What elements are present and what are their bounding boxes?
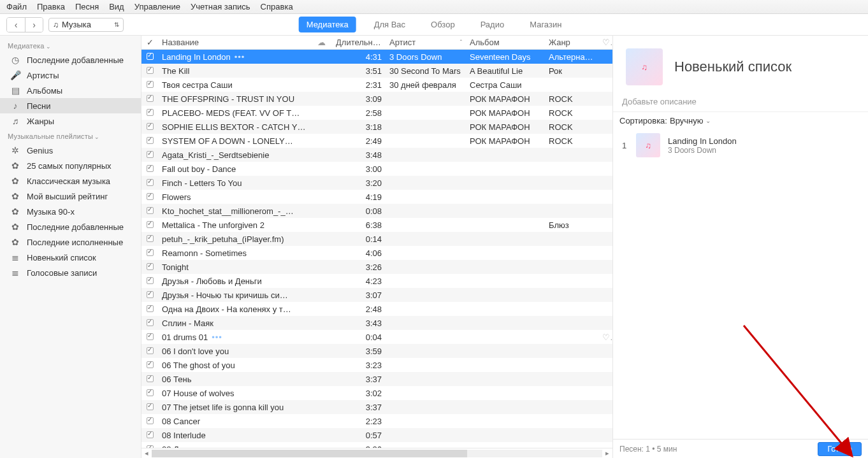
sidebar-item[interactable]: ✲Genius (0, 143, 141, 158)
table-row[interactable]: Fall out boy - Dance3:00 (141, 162, 612, 176)
forward-button[interactable]: › (25, 18, 43, 32)
done-button[interactable]: Готово (818, 442, 862, 456)
sidebar-item[interactable]: ✿25 самых популярных (0, 158, 141, 173)
col-favorite[interactable]: ♡ (598, 38, 612, 47)
table-row[interactable]: Reamonn - Sometimes4:06 (141, 246, 612, 260)
col-name[interactable]: Название (158, 38, 310, 47)
tab-обзор[interactable]: Обзор (423, 17, 463, 32)
checkbox-icon[interactable] (147, 235, 154, 242)
heart-icon[interactable]: ♡ (602, 333, 612, 342)
checkbox-icon[interactable] (147, 95, 154, 102)
table-row[interactable]: Landing In London•••4:313 Doors DownSeve… (141, 50, 612, 64)
sidebar-item[interactable]: 🎤Артисты (0, 68, 141, 83)
table-row[interactable]: 06 The ghost of you3:23 (141, 358, 612, 372)
table-row[interactable]: 06 I don't love you3:59 (141, 344, 612, 358)
table-row[interactable]: Flowers4:19 (141, 190, 612, 204)
table-row[interactable]: 07 The jetset life is gonna kill you3:37 (141, 400, 612, 414)
sidebar-item[interactable]: ≣Голосовые записи (0, 265, 141, 280)
table-row[interactable]: Agata_Kristi_-_Serdtsebienie3:48 (141, 148, 612, 162)
col-duration[interactable]: Длительность (332, 38, 386, 47)
menu-песня[interactable]: Песня (75, 2, 99, 11)
checkbox-icon[interactable] (147, 431, 154, 438)
tab-магазин[interactable]: Магазин (522, 17, 569, 32)
checkbox-icon[interactable] (147, 375, 154, 382)
table-row[interactable]: THE OFFSPRING - TRUST IN YOU3:09РОК МАРА… (141, 92, 612, 106)
checkbox-icon[interactable] (147, 67, 154, 74)
sidebar-item[interactable]: ◷Последние добавленные (0, 52, 141, 68)
scroll-right-icon[interactable]: ▸ (602, 449, 612, 457)
playlist-item[interactable]: 1♫Landing In London3 Doors Down (613, 129, 868, 161)
menu-справка[interactable]: Справка (261, 2, 293, 11)
checkbox-icon[interactable] (147, 179, 154, 186)
checkbox-icon[interactable] (147, 123, 154, 130)
menu-вид[interactable]: Вид (109, 2, 124, 11)
tab-для вас[interactable]: Для Вас (366, 17, 413, 32)
col-check[interactable]: ✓ (141, 38, 158, 47)
back-button[interactable]: ‹ (7, 18, 25, 32)
table-row[interactable]: Одна на Двоих - На коленях у т…2:48 (141, 302, 612, 316)
checkbox-icon[interactable] (147, 109, 154, 116)
media-type-selector[interactable]: ♫ Музыка ⇅ (48, 18, 124, 32)
horizontal-scrollbar[interactable]: ◂ ▸ (141, 448, 612, 458)
checkbox-icon[interactable] (147, 417, 154, 424)
more-icon[interactable]: ••• (235, 52, 245, 62)
playlist-title[interactable]: Новенький список (674, 59, 792, 75)
table-row[interactable]: Друзья - Любовь и Деньги4:23 (141, 274, 612, 288)
sidebar-item[interactable]: ✿Классическая музыка (0, 173, 141, 189)
checkbox-icon[interactable] (147, 53, 154, 60)
table-row[interactable]: petuh_-_krik_petuha_(iPlayer.fm)0:14 (141, 232, 612, 246)
checkbox-icon[interactable] (147, 305, 154, 312)
checkbox-icon[interactable] (147, 221, 154, 228)
sidebar-section-header[interactable]: Медиатека⌄ (0, 38, 141, 52)
checkbox-icon[interactable] (147, 277, 154, 284)
sidebar-item[interactable]: ✿Мой высший рейтинг (0, 189, 141, 204)
table-row[interactable]: PLACEBO- MEDS (FEAT. VV OF T…2:58РОК МАР… (141, 106, 612, 120)
col-artist[interactable]: Артистˆ (386, 38, 466, 47)
menu-правка[interactable]: Правка (37, 2, 65, 11)
tab-медиатека[interactable]: Медиатека (299, 17, 356, 32)
checkbox-icon[interactable] (147, 193, 154, 200)
table-row[interactable]: 08 Дыши3:26 (141, 442, 612, 448)
table-row[interactable]: 08 Cancer2:23 (141, 414, 612, 428)
table-row[interactable]: Tonight3:26 (141, 260, 612, 274)
table-row[interactable]: Kto_hochet_stat__millionerom_-_…0:08 (141, 204, 612, 218)
menu-файл[interactable]: Файл (6, 2, 27, 11)
checkbox-icon[interactable] (147, 165, 154, 172)
checkbox-icon[interactable] (147, 361, 154, 368)
checkbox-icon[interactable] (147, 81, 154, 88)
checkbox-icon[interactable] (147, 333, 154, 340)
more-icon[interactable]: ••• (212, 333, 222, 342)
table-row[interactable]: The Kill3:5130 Second To MarsA Beautiful… (141, 64, 612, 78)
menu-управление[interactable]: Управление (134, 2, 180, 11)
table-row[interactable]: Mettalica - The unforgiven 26:38Блюз (141, 218, 612, 232)
checkbox-icon[interactable] (147, 389, 154, 396)
table-row[interactable]: Finch - Letters To You3:20 (141, 176, 612, 190)
checkbox-icon[interactable] (147, 207, 154, 214)
checkbox-icon[interactable] (147, 347, 154, 354)
scroll-left-icon[interactable]: ◂ (141, 449, 152, 457)
table-row[interactable]: 06 Тень3:37 (141, 372, 612, 386)
sidebar-item[interactable]: ✿Последние исполненные (0, 234, 141, 250)
sidebar-item[interactable]: ▤Альбомы (0, 83, 141, 98)
col-album[interactable]: Альбом (466, 38, 545, 47)
table-row[interactable]: SYSTEM OF A DOWN - LONELY…2:49РОК МАРАФО… (141, 134, 612, 148)
table-row[interactable]: Друзья - Ночью ты кричишь си…3:07 (141, 288, 612, 302)
checkbox-icon[interactable] (147, 263, 154, 270)
sidebar-item[interactable]: ≣Новенький список (0, 250, 141, 265)
checkbox-icon[interactable] (147, 137, 154, 144)
col-genre[interactable]: Жанр (545, 38, 598, 47)
playlist-description[interactable]: Добавьте описание (613, 94, 868, 112)
table-row[interactable]: 08 Interlude0:57 (141, 428, 612, 442)
table-row[interactable]: 07 House of wolves3:02 (141, 386, 612, 400)
sidebar-item[interactable]: ♬Жанры (0, 113, 141, 129)
table-row[interactable]: 01 drums 01•••0:04♡ (141, 330, 612, 344)
checkbox-icon[interactable] (147, 403, 154, 410)
checkbox-icon[interactable] (147, 249, 154, 256)
sidebar-item[interactable]: ♪Песни (0, 98, 141, 113)
col-cloud[interactable]: ☁ (310, 38, 332, 47)
sidebar-item[interactable]: ✿Музыка 90-х (0, 204, 141, 219)
table-row[interactable]: Сплин - Маяк3:43 (141, 316, 612, 330)
tab-радио[interactable]: Радио (473, 17, 512, 32)
menu-учетная запись[interactable]: Учетная запись (191, 2, 250, 11)
sidebar-section-header[interactable]: Музыкальные плейлисты⌄ (0, 129, 141, 143)
